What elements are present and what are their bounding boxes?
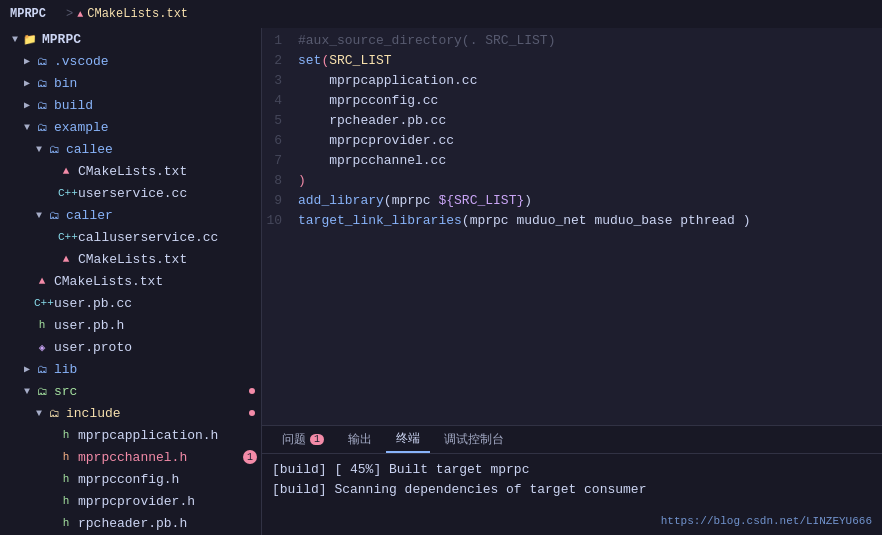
terminal-line-2: [build] Scanning dependencies of target … [272, 480, 872, 500]
terminal-panel: 问题 1 输出 终端 调试控制台 [build] [ 45%] Built ta… [262, 425, 882, 535]
folder-icon: 🗂 [34, 77, 50, 90]
sidebar-label-rpcheader-pb-h: rpcheader.pb.h [78, 516, 187, 531]
h-file-icon: h [58, 451, 74, 463]
code-content[interactable]: 1 #aux_source_directory(. SRC_LIST) 2 se… [262, 28, 882, 425]
tab-terminal[interactable]: 终端 [386, 426, 430, 453]
mprpcchannel-badge: 1 [243, 450, 257, 464]
include-modified-dot [249, 410, 255, 416]
breadcrumb-file: CMakeLists.txt [87, 7, 188, 21]
sidebar-item-bin[interactable]: ▶ 🗂 bin [0, 72, 261, 94]
sidebar-item-callee[interactable]: ▼ 🗂 callee [0, 138, 261, 160]
sidebar-item-calluserservice[interactable]: C++ calluserservice.cc [0, 226, 261, 248]
sidebar-item-root-cmake[interactable]: ▲ CMakeLists.txt [0, 270, 261, 292]
chevron-down-icon: ▼ [8, 34, 22, 45]
main-layout: ▼ 📁 MPRPC ▶ 🗂 .vscode ▶ 🗂 bin ▶ 🗂 build … [0, 28, 882, 535]
line-number: 5 [262, 113, 298, 128]
cmake-file-icon: ▲ [34, 275, 50, 287]
sidebar-label-caller: caller [66, 208, 113, 223]
tab-terminal-label: 终端 [396, 430, 420, 447]
sidebar-label-mprpcchannel-h: mprpcchannel.h [78, 450, 187, 465]
code-text: mprpcchannel.cc [298, 153, 446, 168]
src-modified-dot [249, 388, 255, 394]
sidebar-label-mprpcprovider-h: mprpcprovider.h [78, 494, 195, 509]
sidebar-item-mprpc-root[interactable]: ▼ 📁 MPRPC [0, 28, 261, 50]
folder-icon: 🗂 [34, 385, 50, 398]
chevron-down-icon: ▼ [32, 408, 46, 419]
folder-icon: 🗂 [46, 407, 62, 420]
line-number: 7 [262, 153, 298, 168]
sidebar-item-mprpcapplication-h[interactable]: h mprpcapplication.h [0, 424, 261, 446]
code-line: 8 ) [262, 172, 882, 192]
line-number: 10 [262, 213, 298, 228]
code-line: 9 add_library(mprpc ${SRC_LIST}) [262, 192, 882, 212]
watermark: https://blog.csdn.net/LINZEYU666 [661, 515, 872, 527]
sidebar-item-caller-cmake[interactable]: ▲ CMakeLists.txt [0, 248, 261, 270]
code-text: mprpcprovider.cc [298, 133, 454, 148]
folder-icon: 🗂 [34, 363, 50, 376]
sidebar-item-rpcheader-pb-h[interactable]: h rpcheader.pb.h [0, 512, 261, 534]
code-text: mprpcconfig.cc [298, 93, 438, 108]
code-line: 3 mprpcapplication.cc [262, 72, 882, 92]
sidebar-item-lib[interactable]: ▶ 🗂 lib [0, 358, 261, 380]
sidebar-item-mprpcchannel-h[interactable]: h mprpcchannel.h 1 [0, 446, 261, 468]
tab-output[interactable]: 输出 [338, 426, 382, 453]
title-bar: MPRPC > ▲ CMakeLists.txt [0, 0, 882, 28]
code-text: set(SRC_LIST [298, 53, 392, 68]
cmake-file-icon: ▲ [58, 165, 74, 177]
code-line: 2 set(SRC_LIST [262, 52, 882, 72]
sidebar-label-callee-cmake: CMakeLists.txt [78, 164, 187, 179]
code-line: 1 #aux_source_directory(. SRC_LIST) [262, 32, 882, 52]
project-title: MPRPC [10, 7, 46, 21]
sidebar-item-example[interactable]: ▼ 🗂 example [0, 116, 261, 138]
sidebar-item-user-pb-cc[interactable]: C++ user.pb.cc [0, 292, 261, 314]
sidebar-item-user-pb-h[interactable]: h user.pb.h [0, 314, 261, 336]
sidebar-item-user-proto[interactable]: ◈ user.proto [0, 336, 261, 358]
sidebar-label-include: include [66, 406, 121, 421]
folder-icon: 🗂 [46, 209, 62, 222]
chevron-right-icon: ▶ [20, 77, 34, 89]
breadcrumb: > ▲ CMakeLists.txt [66, 7, 188, 21]
tab-debug-label: 调试控制台 [444, 431, 504, 448]
cmake-icon: ▲ [77, 9, 83, 20]
h-file-icon: h [58, 495, 74, 507]
sidebar-label-calluserservice: calluserservice.cc [78, 230, 218, 245]
h-file-icon: h [58, 429, 74, 441]
terminal-line-1: [build] [ 45%] Built target mprpc [272, 460, 872, 480]
folder-icon: 🗂 [34, 99, 50, 112]
code-line: 6 mprpcprovider.cc [262, 132, 882, 152]
chevron-right-icon: ▶ [20, 363, 34, 375]
chevron-down-icon: ▼ [32, 210, 46, 221]
sidebar-label-user-pb-cc: user.pb.cc [54, 296, 132, 311]
sidebar-label-build: build [54, 98, 93, 113]
tab-problems[interactable]: 问题 1 [272, 426, 334, 453]
line-number: 2 [262, 53, 298, 68]
cc-file-icon: C++ [58, 231, 74, 243]
code-line: 5 rpcheader.pb.cc [262, 112, 882, 132]
sidebar-item-mprpcprovider-h[interactable]: h mprpcprovider.h [0, 490, 261, 512]
tab-output-label: 输出 [348, 431, 372, 448]
chevron-down-icon: ▼ [20, 122, 34, 133]
sidebar-label-src: src [54, 384, 77, 399]
sidebar-label-root-cmake: CMakeLists.txt [54, 274, 163, 289]
sidebar-item-caller[interactable]: ▼ 🗂 caller [0, 204, 261, 226]
sidebar-item-include[interactable]: ▼ 🗂 include [0, 402, 261, 424]
tab-debug-console[interactable]: 调试控制台 [434, 426, 514, 453]
sidebar-item-src[interactable]: ▼ 🗂 src [0, 380, 261, 402]
line-number: 8 [262, 173, 298, 188]
sidebar-item-vscode[interactable]: ▶ 🗂 .vscode [0, 50, 261, 72]
sidebar-label-mprpcconfig-h: mprpcconfig.h [78, 472, 179, 487]
sidebar-item-callee-cmake[interactable]: ▲ CMakeLists.txt [0, 160, 261, 182]
code-text: #aux_source_directory(. SRC_LIST) [298, 33, 555, 48]
sidebar-item-mprpcconfig-h[interactable]: h mprpcconfig.h [0, 468, 261, 490]
sidebar-item-userservice-cc[interactable]: C++ userservice.cc [0, 182, 261, 204]
line-number: 4 [262, 93, 298, 108]
code-line: 4 mprpcconfig.cc [262, 92, 882, 112]
code-text: mprpcapplication.cc [298, 73, 477, 88]
folder-icon: 🗂 [34, 121, 50, 134]
terminal-tabs: 问题 1 输出 终端 调试控制台 [262, 426, 882, 454]
problems-badge: 1 [310, 434, 324, 445]
sidebar-item-build[interactable]: ▶ 🗂 build [0, 94, 261, 116]
line-number: 3 [262, 73, 298, 88]
folder-icon: 📁 [22, 33, 38, 46]
cc-file-icon: C++ [34, 297, 50, 309]
